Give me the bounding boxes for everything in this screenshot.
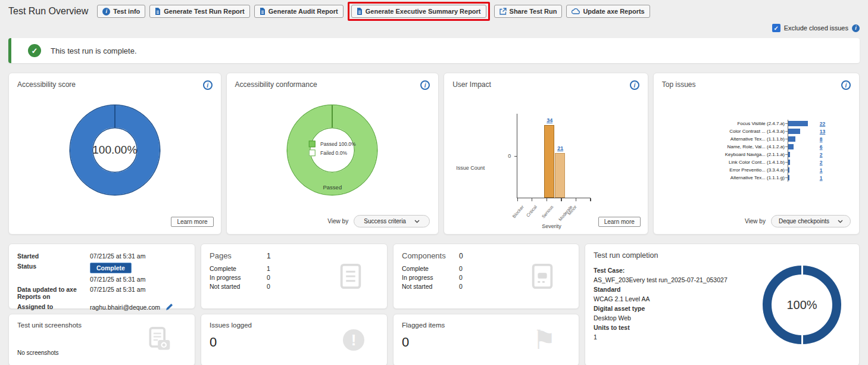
issue-count-link[interactable]: 1 — [820, 175, 823, 181]
status-label: Status — [17, 263, 90, 283]
info-circle-icon: i — [102, 8, 110, 15]
issue-bar[interactable] — [788, 167, 789, 173]
accessibility-conformance-card: Accessibility conformance i Passed 100.0… — [226, 73, 439, 235]
pages-notstarted-label: Not started — [210, 283, 267, 290]
exclude-closed-issues-checkbox[interactable] — [772, 24, 780, 32]
components-total: 0 — [459, 252, 463, 260]
issue-bar[interactable] — [788, 129, 800, 134]
components-inprogress-label: In progress — [402, 274, 459, 281]
units-label: Units to test — [594, 323, 748, 332]
edit-pencil-icon[interactable] — [166, 303, 173, 311]
issue-bar[interactable] — [788, 160, 790, 165]
pages-inprogress-label: In progress — [210, 274, 267, 281]
components-title: Components — [402, 251, 459, 260]
document-icon — [357, 8, 363, 15]
units-value: 1 — [594, 332, 748, 342]
issue-bar[interactable] — [788, 175, 789, 180]
assigned-to-label: Assigned to — [17, 303, 90, 311]
share-icon — [499, 8, 507, 15]
y-zero-tick-label: 0 — [508, 153, 511, 159]
success-criteria-dropdown[interactable]: Success criteria — [354, 215, 430, 227]
issue-count-link[interactable]: 6 — [820, 144, 823, 150]
x-tick-serious: Serious — [541, 204, 554, 219]
issue-bar[interactable] — [788, 144, 794, 149]
serious-bar[interactable] — [544, 125, 554, 198]
y-axis-tick — [514, 156, 517, 157]
top-issue-row: Color Contrast ... (1.4.3.a) 13 — [713, 127, 850, 135]
top-issue-row: Alternative Tex... (1.1.1.b) 8 — [713, 135, 850, 143]
user-impact-title: User Impact — [452, 80, 491, 89]
charts-row: Accessibility score i 100.00% Learn more… — [8, 73, 860, 235]
update-axe-reports-button[interactable]: Update axe Reports — [566, 5, 650, 18]
asset-type-value: Desktop Web — [594, 313, 748, 323]
x-axis-ticks — [517, 198, 591, 201]
completion-percent: 100% — [786, 298, 817, 312]
top-issues-card: Top issues i Focus Visible (2.4.7.a) 22 … — [653, 73, 860, 235]
user-impact-card: User Impact i Issue Count 0 34 21 Blocke… — [444, 73, 648, 235]
issue-count-link[interactable]: 2 — [820, 152, 823, 158]
page-document-icon — [337, 263, 364, 290]
check-circle-icon — [28, 44, 41, 57]
issue-bar[interactable] — [788, 152, 790, 157]
components-notstarted-label: Not started — [402, 283, 459, 290]
data-updated-label: Data updated to axe Reports on — [17, 286, 90, 300]
score-donut-chart: 100.00% — [17, 105, 213, 195]
moderate-value-link[interactable]: 21 — [557, 145, 563, 151]
completion-title: Test run completion — [594, 251, 851, 260]
top-issue-row: Keyboard Naviga... (2.1.1.a) 2 — [713, 151, 850, 158]
test-info-button[interactable]: i Test info — [97, 5, 145, 18]
legend-item-passed: Passed 100.0% — [309, 141, 356, 147]
issue-count-link[interactable]: 22 — [820, 121, 825, 127]
accessibility-score-title: Accessibility score — [17, 80, 76, 89]
run-details-card: Started 07/21/25 at 5:31 am Status Compl… — [8, 244, 195, 309]
user-impact-bar-chart: Issue Count 0 34 21 Blocker Critical Ser… — [452, 95, 639, 217]
info-icon[interactable]: i — [630, 80, 639, 90]
component-document-icon — [529, 263, 556, 290]
generate-test-run-report-button[interactable]: Generate Test Run Report — [149, 5, 250, 18]
cloud-icon — [572, 8, 580, 14]
banner-message: This test run is complete. — [51, 46, 137, 55]
completion-banner: This test run is complete. — [8, 38, 860, 63]
conformance-donut-chart: Passed 100.0% Failed 0.0% Passed — [235, 105, 430, 195]
issue-count-link[interactable]: 8 — [820, 136, 823, 142]
top-issue-row: Link Color Cont... (1.4.1.b) 2 — [713, 158, 850, 166]
share-test-run-button[interactable]: Share Test Run — [494, 5, 563, 18]
moderate-bar[interactable] — [555, 153, 565, 198]
issue-count-link[interactable]: 1 — [820, 167, 823, 173]
info-icon[interactable]: i — [203, 80, 213, 90]
issue-count-link[interactable]: 2 — [820, 160, 823, 166]
pages-card: Pages 1 Complete1 In progress0 Not start… — [201, 244, 388, 309]
issue-bar[interactable] — [788, 136, 795, 142]
pages-complete-label: Complete — [210, 265, 267, 272]
issue-count-link[interactable]: 13 — [820, 129, 825, 135]
generate-audit-report-button[interactable]: Generate Audit Report — [254, 5, 344, 18]
view-by-row: View by Deque checkpoints — [745, 215, 851, 227]
summary-rows: Started 07/21/25 at 5:31 am Status Compl… — [8, 244, 860, 365]
chevron-down-icon — [838, 220, 843, 223]
completion-donut-chart: 100% — [763, 266, 841, 344]
test-info-button-label: Test info — [113, 8, 140, 15]
header: Test Run Overview i Test info Generate T… — [8, 4, 860, 19]
test-unit-screenshots-card: Test unit screenshots No screenshots — [8, 314, 195, 365]
pages-total: 1 — [267, 252, 271, 260]
learn-more-button[interactable]: Learn more — [171, 217, 213, 227]
info-icon[interactable]: i — [841, 80, 851, 90]
exclude-closed-issues-row: Exclude closed issues i — [8, 23, 860, 33]
issue-bar[interactable] — [788, 121, 808, 126]
share-test-run-label: Share Test Run — [510, 8, 557, 15]
top-issue-row: Focus Visible (2.4.7.a) 22 — [713, 120, 850, 127]
no-screenshots-text: No screenshots — [17, 350, 58, 356]
x-tick-critical: Critical — [525, 204, 538, 218]
generate-executive-summary-report-button[interactable]: Generate Executive Summary Report — [351, 5, 486, 18]
generate-audit-report-label: Generate Audit Report — [268, 8, 338, 15]
data-updated-value: 07/21/25 at 5:31 am — [90, 286, 186, 300]
view-by-row: View by Success criteria — [327, 215, 430, 227]
info-icon[interactable]: i — [420, 80, 430, 90]
deque-checkpoints-dropdown[interactable]: Deque checkpoints — [771, 215, 851, 227]
passed-segment-label: Passed — [323, 184, 342, 191]
started-value: 07/21/25 at 5:31 am — [90, 252, 186, 260]
learn-more-button[interactable]: Learn more — [598, 217, 641, 227]
info-circle-icon[interactable]: i — [852, 24, 860, 32]
issues-logged-card: Issues logged 0 ! — [201, 314, 388, 365]
serious-value-link[interactable]: 34 — [547, 117, 552, 123]
